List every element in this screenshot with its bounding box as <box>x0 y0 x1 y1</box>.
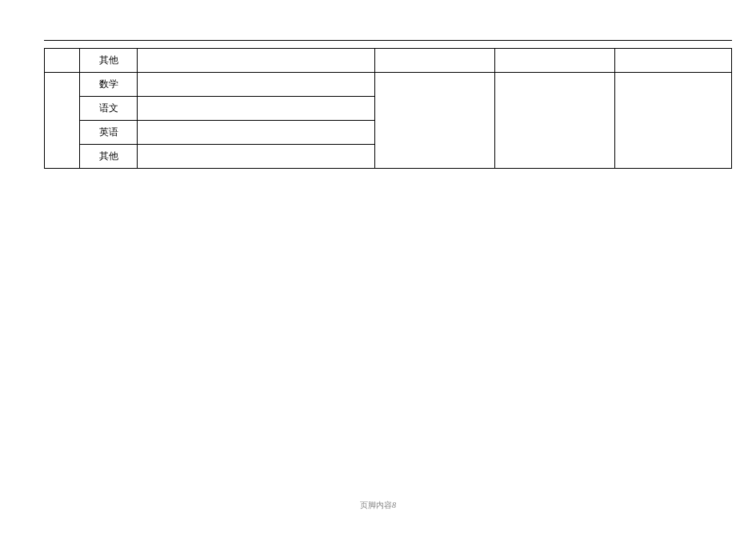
header-rule <box>44 40 732 41</box>
cell-group2 <box>45 73 80 169</box>
cell-e <box>495 73 615 169</box>
page-number: 8 <box>392 501 396 509</box>
cell-f <box>615 49 732 73</box>
cell-subject: 语文 <box>80 97 138 121</box>
cell-c <box>138 97 375 121</box>
cell-d <box>375 73 495 169</box>
cell-e <box>495 49 615 73</box>
table-row: 其他 <box>45 49 732 73</box>
cell-subject: 英语 <box>80 121 138 145</box>
cell-c <box>138 145 375 169</box>
cell-c <box>138 121 375 145</box>
cell-c <box>138 73 375 97</box>
cell-group1 <box>45 49 80 73</box>
cell-subject: 其他 <box>80 49 138 73</box>
cell-subject: 数学 <box>80 73 138 97</box>
footer: 页脚内容8 <box>360 500 396 511</box>
cell-c <box>138 49 375 73</box>
footer-label: 页脚内容 <box>360 501 392 509</box>
cell-d <box>375 49 495 73</box>
subject-table: 其他 数学 语文 英语 其他 <box>44 48 732 169</box>
cell-f <box>615 73 732 169</box>
cell-subject: 其他 <box>80 145 138 169</box>
table-row: 数学 <box>45 73 732 97</box>
